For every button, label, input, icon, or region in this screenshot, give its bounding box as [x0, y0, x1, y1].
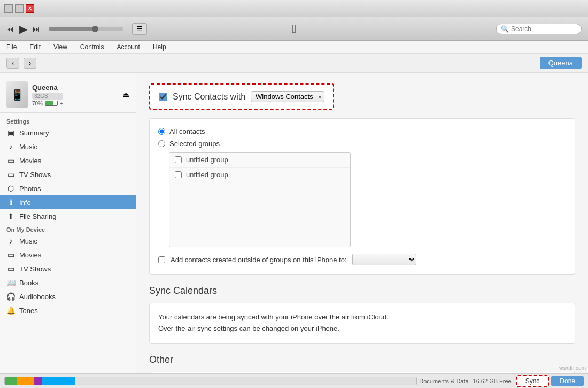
sidebar-item-label: Books — [19, 279, 38, 287]
sync-calendars-title: Sync Calendars — [149, 285, 575, 296]
selected-groups-radio[interactable] — [158, 140, 165, 147]
windows-contacts-dropdown-wrapper: Windows Contacts — [251, 91, 324, 102]
selected-groups-option[interactable]: Selected groups — [158, 140, 566, 148]
bottom-bar: Documents & Data 16.62 GB Free Sync Done — [0, 373, 588, 388]
menu-controls[interactable]: Controls — [78, 42, 106, 52]
back-button[interactable]: ‹ — [6, 58, 19, 69]
tv-shows-device-icon: ▭ — [6, 264, 15, 273]
sidebar-item-movies[interactable]: ▭ Movies — [0, 154, 136, 168]
sidebar-item-label: Summary — [19, 129, 49, 137]
forward-button[interactable]: ⏭ — [33, 25, 40, 33]
audiobooks-device-icon: 🎧 — [6, 292, 15, 301]
eject-button[interactable]: ⏏ — [122, 90, 129, 99]
movies-icon: ▭ — [6, 156, 15, 165]
battery-percent: 70% — [32, 101, 43, 106]
free-label: 16.62 GB Free — [471, 378, 514, 384]
sidebar-item-tv-shows[interactable]: ▭ TV Shows — [0, 168, 136, 181]
books-device-icon: 📖 — [6, 278, 15, 287]
group-empty-4 — [169, 231, 350, 247]
group-empty-3 — [169, 215, 350, 231]
battery-bar: 70% + — [32, 101, 63, 106]
progress-thumb — [92, 26, 98, 32]
menu-file[interactable]: File — [4, 42, 19, 52]
all-contacts-option[interactable]: All contacts — [158, 127, 566, 135]
sidebar-item-tones-device[interactable]: 🔔 Tones — [0, 303, 136, 317]
device-info: 📱 Queena 32GB 70% + ⏏ — [0, 77, 136, 113]
device-capacity-badge: 32GB — [32, 93, 63, 100]
sidebar-item-audiobooks-device[interactable]: 🎧 Audiobooks — [0, 290, 136, 303]
other-title: Other — [149, 354, 575, 366]
play-button[interactable]: ▶ — [19, 22, 27, 35]
sidebar-item-music[interactable]: ♪ Music — [0, 140, 136, 154]
sidebar-item-movies-device[interactable]: ▭ Movies — [0, 248, 136, 262]
group-1-checkbox[interactable] — [175, 156, 182, 163]
sidebar-item-file-sharing[interactable]: ⬆ File Sharing — [0, 209, 136, 223]
search-input[interactable] — [511, 25, 575, 33]
device-details: Queena 32GB 70% + — [32, 83, 63, 106]
add-contacts-dropdown[interactable] — [352, 254, 416, 265]
groups-list: untitled group untitled group — [169, 152, 351, 247]
photos-icon: ⬡ — [6, 184, 15, 193]
tv-shows-icon: ▭ — [6, 170, 15, 179]
apple-logo:  — [292, 22, 296, 36]
playback-bar: ⏮ ▶ ⏭  ☰ 🔍 — [0, 17, 588, 41]
minimize-button[interactable] — [4, 4, 13, 13]
progress-bar[interactable] — [49, 27, 123, 31]
navbar: ‹ › Queena — [0, 54, 588, 73]
sidebar-item-label: Audiobooks — [19, 293, 56, 301]
add-contacts-label: Add contacts created outside of groups o… — [171, 256, 347, 264]
sidebar-item-label: TV Shows — [19, 265, 51, 273]
sync-calendars-line1: Your calendars are being synced with you… — [158, 312, 566, 323]
sidebar-item-info[interactable]: ℹ Info — [0, 195, 136, 209]
sidebar-item-tv-shows-device[interactable]: ▭ TV Shows — [0, 262, 136, 276]
battery-plus-icon: + — [60, 101, 63, 106]
list-view-button[interactable]: ☰ — [132, 23, 147, 35]
music-device-icon: ♪ — [6, 237, 15, 245]
sidebar-item-music-device[interactable]: ♪ Music — [0, 234, 136, 248]
group-1-label: untitled group — [186, 156, 228, 164]
all-contacts-radio[interactable] — [158, 128, 165, 135]
group-empty-2 — [169, 199, 350, 215]
add-contacts-checkbox[interactable] — [158, 256, 165, 263]
group-2-label: untitled group — [186, 171, 228, 179]
content-area: Sync Contacts with Windows Contacts All … — [136, 73, 588, 373]
group-2-checkbox[interactable] — [175, 171, 182, 178]
menu-view[interactable]: View — [51, 42, 69, 52]
close-button[interactable]: ✕ — [26, 4, 34, 13]
battery-indicator — [45, 101, 58, 106]
sidebar-item-label: Movies — [19, 251, 41, 259]
sync-contacts-label: Sync Contacts with — [173, 92, 245, 102]
sidebar-item-label: Movies — [19, 157, 41, 165]
music-icon: ♪ — [6, 142, 15, 151]
info-icon: ℹ — [6, 198, 15, 207]
storage-bar — [4, 377, 417, 385]
docs-label: Documents & Data — [419, 378, 468, 384]
sync-contacts-checkbox[interactable] — [159, 93, 167, 101]
sidebar-item-books-device[interactable]: 📖 Books — [0, 276, 136, 290]
selected-groups-label: Selected groups — [169, 140, 220, 148]
settings-section-label: Settings — [0, 115, 136, 126]
group-item-1[interactable]: untitled group — [169, 153, 350, 168]
search-box: 🔍 — [496, 24, 582, 34]
sidebar-item-label: TV Shows — [19, 171, 51, 179]
tones-device-icon: 🔔 — [6, 306, 15, 315]
titlebar: ✕ — [0, 0, 588, 17]
menu-help[interactable]: Help — [151, 42, 168, 52]
maximize-button[interactable] — [15, 4, 24, 13]
sync-contacts-header: Sync Contacts with Windows Contacts — [149, 83, 334, 110]
movies-device-icon: ▭ — [6, 250, 15, 259]
done-button[interactable]: Done — [551, 376, 584, 386]
file-sharing-icon: ⬆ — [6, 212, 15, 220]
rewind-button[interactable]: ⏮ — [6, 25, 14, 33]
forward-button[interactable]: › — [24, 58, 36, 69]
sync-button[interactable]: Sync — [516, 375, 550, 387]
sidebar-item-summary[interactable]: ▣ Summary — [0, 126, 136, 140]
windows-contacts-dropdown[interactable]: Windows Contacts — [251, 91, 324, 102]
sidebar-item-photos[interactable]: ⬡ Photos — [0, 181, 136, 195]
add-contacts-dropdown-wrapper — [352, 254, 416, 265]
group-item-2[interactable]: untitled group — [169, 168, 350, 182]
menu-account[interactable]: Account — [115, 42, 142, 52]
sidebar: 📱 Queena 32GB 70% + ⏏ Settings ▣ Summary… — [0, 73, 136, 373]
device-button[interactable]: Queena — [540, 57, 582, 69]
menu-edit[interactable]: Edit — [27, 42, 43, 52]
